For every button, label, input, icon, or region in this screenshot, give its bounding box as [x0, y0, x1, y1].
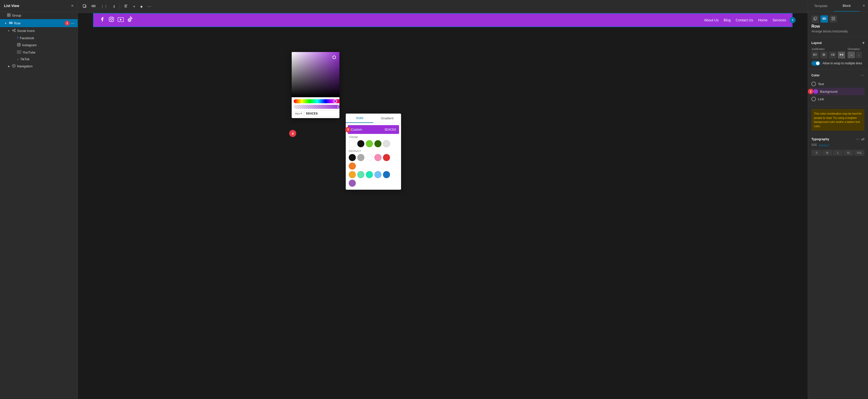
orient-horizontal-button[interactable]: →: [848, 52, 855, 58]
color-more-button[interactable]: ⋯: [861, 73, 865, 78]
text-color-label: Text: [818, 82, 824, 86]
add-block-canvas-button[interactable]: +: [789, 17, 796, 23]
gradient-tab[interactable]: Gradient: [373, 113, 401, 123]
instagram-icon: [17, 43, 21, 47]
swatch-d-blue[interactable]: [383, 171, 390, 178]
youtube-social-icon[interactable]: [118, 17, 124, 23]
justify-center-button[interactable]: [820, 52, 828, 59]
svg-marker-16: [19, 51, 20, 53]
swatch-d-yellow[interactable]: [349, 171, 356, 178]
custom-color-label: Custom: [351, 128, 362, 131]
tree-item-tiktok[interactable]: ♪ TikTok: [0, 56, 78, 63]
close-right-panel-button[interactable]: ×: [860, 0, 868, 11]
nav-about[interactable]: About Us: [704, 18, 719, 22]
more-options-button[interactable]: ⋯: [146, 3, 153, 10]
swatch-dark-green[interactable]: [374, 140, 381, 147]
alpha-thumb[interactable]: [337, 105, 339, 108]
color-gradient-area[interactable]: [292, 52, 339, 97]
wrap-toggle[interactable]: [811, 61, 820, 66]
hue-thumb[interactable]: [334, 100, 337, 103]
color-cursor[interactable]: [333, 56, 336, 59]
hex-type-selector[interactable]: Hex ▾: [294, 111, 303, 116]
swatch-black[interactable]: [357, 140, 364, 147]
swatch-d-gray[interactable]: [357, 154, 364, 161]
tree-item-facebook[interactable]: f Facebook: [0, 34, 78, 41]
swatch-d-red[interactable]: [383, 154, 390, 161]
swatch-d-orange[interactable]: [349, 163, 356, 170]
link-color-row[interactable]: Link: [811, 95, 865, 103]
typography-more-button[interactable]: ⋯: [856, 137, 860, 141]
row-badge: 1: [65, 21, 70, 26]
swatch-d-black[interactable]: [349, 154, 356, 161]
tree-item-social-icons[interactable]: ▾ Social Icons: [0, 27, 78, 34]
nav-blog[interactable]: Blog: [724, 18, 731, 22]
swatch-d-teal[interactable]: [366, 171, 373, 178]
svg-rect-34: [823, 18, 826, 19]
add-block-button[interactable]: +: [131, 3, 137, 10]
hex-value-input[interactable]: [304, 110, 339, 117]
color-warning-box: This color combination may be hard for p…: [811, 109, 865, 131]
swatch-d-white[interactable]: [366, 154, 373, 161]
hue-slider[interactable]: [294, 99, 339, 103]
size-m-button[interactable]: M: [822, 150, 833, 156]
size-s-button[interactable]: S: [811, 150, 822, 156]
move-button[interactable]: ⇕: [111, 3, 118, 10]
hex-dropdown-icon: ▾: [301, 112, 302, 115]
size-xxl-button[interactable]: XXL: [854, 150, 865, 156]
justify-space-between-button[interactable]: [838, 52, 845, 59]
row-label: Row: [14, 21, 63, 25]
size-l-button[interactable]: L: [833, 150, 843, 156]
swatch-d-blue-light[interactable]: [374, 171, 381, 178]
justify-end-button[interactable]: [829, 52, 836, 59]
tree-item-instagram[interactable]: Instagram: [0, 41, 78, 49]
tree-item-youtube[interactable]: YouTube: [0, 49, 78, 56]
solid-tab[interactable]: Solid: [346, 113, 373, 123]
facebook-social-icon[interactable]: [100, 16, 105, 24]
svg-rect-1: [9, 13, 10, 15]
background-color-row[interactable]: 2 Background: [811, 88, 865, 95]
layout-section: Layout ▾ Justification: [808, 37, 868, 69]
swatch-d-mint[interactable]: [357, 171, 364, 178]
row-more-button[interactable]: ⋯: [70, 21, 76, 26]
size-xl-button[interactable]: XL: [844, 150, 854, 156]
drag-button[interactable]: ⋮⋮: [99, 3, 110, 10]
row-align-button-active[interactable]: [820, 15, 828, 23]
expand-icon-row: ▾: [5, 22, 8, 25]
swatch-white[interactable]: [349, 140, 356, 147]
typography-adjust-button[interactable]: ⇄: [861, 137, 865, 141]
block-tab[interactable]: Block: [834, 0, 860, 11]
block-title: Row: [811, 24, 865, 29]
duplicate-block-button[interactable]: [811, 15, 819, 23]
nav-links-bar: About Us Blog Contact Us Home Services: [704, 18, 786, 22]
close-list-view-button[interactable]: ×: [71, 3, 74, 8]
row-layout-button[interactable]: [90, 2, 98, 10]
swatch-d-pink[interactable]: [374, 154, 381, 161]
tree-item-row[interactable]: ▾ Row 1 ⋯: [0, 19, 78, 27]
instagram-social-icon[interactable]: [108, 16, 114, 24]
copy-button[interactable]: [81, 2, 89, 10]
nav-home[interactable]: Home: [758, 18, 768, 22]
justify-start-button[interactable]: [811, 52, 819, 59]
stack-button[interactable]: [830, 15, 837, 23]
color-picker-popup: Hex ▾ ⊕: [292, 52, 339, 118]
align-left-button[interactable]: [122, 2, 130, 10]
layout-collapse-button[interactable]: ▾: [863, 40, 865, 45]
alpha-slider[interactable]: [294, 105, 339, 109]
orient-vertical-button[interactable]: ↓: [856, 52, 862, 58]
color-section: Color ⋯ Text 2 Background Link: [808, 69, 868, 106]
typography-header: Typography ⋯ ⇄: [811, 137, 865, 141]
swatch-light-gray[interactable]: [383, 140, 390, 147]
size-default-label: DEFAULT: [818, 144, 830, 147]
nav-services[interactable]: Services: [772, 18, 786, 22]
swatch-green[interactable]: [366, 140, 373, 147]
svg-rect-40: [814, 54, 816, 55]
tree-item-navigation[interactable]: ▶ Navigation: [0, 63, 78, 70]
swatch-d-purple[interactable]: [349, 180, 356, 187]
text-color-row[interactable]: Text: [811, 80, 865, 88]
custom-color-row[interactable]: 3 Custom 8D4CE6: [348, 125, 399, 134]
template-tab[interactable]: Template: [808, 0, 834, 11]
nav-contact[interactable]: Contact Us: [736, 18, 753, 22]
tiktok-social-icon[interactable]: [127, 16, 132, 24]
tree-item-group[interactable]: Group: [0, 12, 78, 19]
block-type-button[interactable]: ■: [138, 3, 144, 10]
